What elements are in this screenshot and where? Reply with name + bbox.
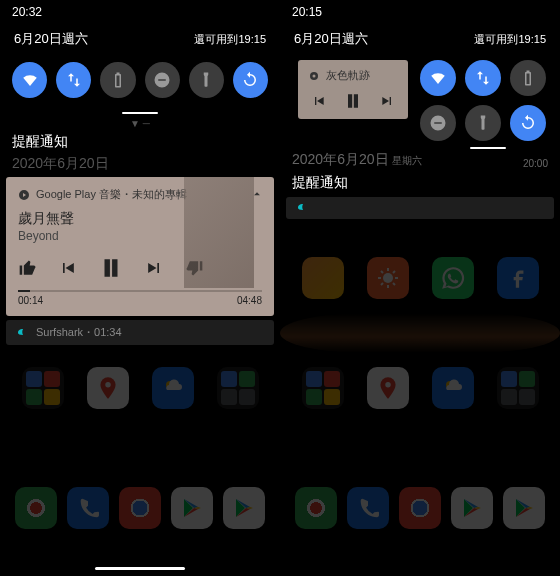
weather-app-icon[interactable] <box>152 367 194 409</box>
chrome-app-icon[interactable] <box>119 487 161 529</box>
play-store-icon[interactable] <box>503 487 545 529</box>
svg-point-4 <box>383 273 393 283</box>
qs-data-tile[interactable] <box>465 60 501 96</box>
status-icons: 還可用到19:15 <box>112 32 266 47</box>
chrome-app-icon[interactable] <box>399 487 441 529</box>
facebook-app-icon[interactable] <box>497 257 539 299</box>
home-row-folders <box>0 353 280 423</box>
battery-text: 還可用到19:15 <box>474 32 546 47</box>
qs-grid-wrap <box>420 58 550 149</box>
gmail-app-icon[interactable] <box>15 487 57 529</box>
home-row-folders <box>280 353 560 423</box>
qs-dnd-tile[interactable] <box>145 62 180 98</box>
nav-pill[interactable] <box>95 567 185 570</box>
mini-media-player[interactable]: 灰色軌跡 <box>298 60 408 119</box>
surfshark-notification[interactable] <box>286 197 554 219</box>
surfshark-icon <box>16 327 28 339</box>
maps-app-icon[interactable] <box>367 367 409 409</box>
clock: 20:32 <box>12 5 42 19</box>
qs-data-tile[interactable] <box>56 62 91 98</box>
progress-bar[interactable] <box>18 290 262 292</box>
wifi-icon <box>144 33 157 46</box>
folder-icon[interactable] <box>22 367 64 409</box>
wallpaper-horizon <box>280 313 560 353</box>
alarm-icon <box>112 33 125 46</box>
maps-app-icon[interactable] <box>87 367 129 409</box>
ghost-day: 星期六 <box>392 155 422 166</box>
next-track-icon[interactable] <box>144 258 164 278</box>
panel-handle[interactable] <box>122 112 158 114</box>
signal-icon <box>440 33 453 46</box>
qs-wifi-tile[interactable] <box>420 60 456 96</box>
prev-track-icon[interactable] <box>58 258 78 278</box>
svg-line-11 <box>381 283 383 285</box>
qs-battery-tile[interactable] <box>100 62 135 98</box>
svg-line-10 <box>393 283 395 285</box>
folder-icon[interactable] <box>302 367 344 409</box>
files-app-icon[interactable] <box>302 257 344 299</box>
play-music-icon <box>18 189 30 201</box>
phone-app-icon[interactable] <box>67 487 109 529</box>
qs-battery-tile[interactable] <box>510 60 546 96</box>
qs-flashlight-tile[interactable] <box>465 105 501 141</box>
phone-app-icon[interactable] <box>347 487 389 529</box>
infinity-icon <box>128 33 141 46</box>
clock: 20:15 <box>292 5 322 19</box>
mini-song-title: 灰色軌跡 <box>326 68 370 83</box>
ghost-date: 2020年6月20日 <box>0 155 280 173</box>
notif-section-header: 提醒通知 <box>280 171 560 195</box>
status-bar: 20:15 <box>280 0 560 24</box>
svg-point-0 <box>105 382 110 387</box>
svg-point-3 <box>313 74 316 77</box>
home-row-top <box>280 243 560 313</box>
play-store-icon[interactable] <box>223 487 265 529</box>
qs-rotate-tile[interactable] <box>510 105 546 141</box>
weather-app-icon[interactable] <box>432 367 474 409</box>
phone-right: 20:15 6月20日週六 還可用到19:15 灰色軌跡 <box>280 0 560 576</box>
qs-rotate-tile[interactable] <box>233 62 268 98</box>
prev-track-icon[interactable] <box>311 93 327 109</box>
date-row: 6月20日週六 還可用到19:15 <box>280 24 560 58</box>
panel-handle[interactable] <box>470 147 506 149</box>
qs-wifi-tile[interactable] <box>12 62 47 98</box>
svg-line-9 <box>381 271 383 273</box>
progress-times: 00:14 04:48 <box>18 295 262 306</box>
play-store-icon[interactable] <box>451 487 493 529</box>
brightness-app-icon[interactable] <box>367 257 409 299</box>
thumbs-up-icon[interactable] <box>18 258 38 278</box>
pause-icon[interactable] <box>98 255 124 281</box>
status-bar: 20:32 <box>0 0 280 24</box>
qs-flashlight-tile[interactable] <box>189 62 224 98</box>
folder-icon[interactable] <box>217 367 259 409</box>
signal-icon <box>160 33 173 46</box>
svg-point-13 <box>385 382 390 387</box>
media-notification[interactable]: Google Play 音樂・未知的專輯 歲月無聲 Beyond 00:14 0… <box>6 177 274 316</box>
play-store-icon[interactable] <box>171 487 213 529</box>
total-time: 04:48 <box>237 295 262 306</box>
phone-left: 20:32 6月20日週六 還可用到19:15 ▼ ─ 提醒通知 2020年6月… <box>0 0 280 576</box>
collapse-chevron-icon[interactable] <box>250 187 264 205</box>
elapsed-time: 00:14 <box>18 295 43 306</box>
pause-icon[interactable] <box>343 91 363 111</box>
folder-icon[interactable] <box>497 367 539 409</box>
home-dock <box>280 473 560 543</box>
date-row: 6月20日週六 還可用到19:15 <box>0 24 280 58</box>
alarm-icon <box>408 33 421 46</box>
gmail-app-icon[interactable] <box>295 487 337 529</box>
whatsapp-app-icon[interactable] <box>432 257 474 299</box>
qs-dnd-tile[interactable] <box>420 105 456 141</box>
ghost-time: 20:00 <box>523 158 548 169</box>
surfshark-notification[interactable]: Surfshark・01:34 <box>6 320 274 345</box>
media-output-icon[interactable] <box>308 70 320 82</box>
surfshark-text: Surfshark・01:34 <box>36 325 122 340</box>
status-icons: 還可用到19:15 <box>408 32 546 47</box>
wifi-icon <box>424 33 437 46</box>
brightness-hint: ▼ ─ <box>0 118 280 129</box>
next-track-icon[interactable] <box>379 93 395 109</box>
ghost-date: 2020年6月20日 <box>292 151 389 167</box>
date-text: 6月20日週六 <box>14 30 88 48</box>
svg-line-12 <box>393 271 395 273</box>
surfshark-icon <box>296 202 308 214</box>
battery-icon <box>176 33 189 46</box>
battery-icon <box>456 33 469 46</box>
